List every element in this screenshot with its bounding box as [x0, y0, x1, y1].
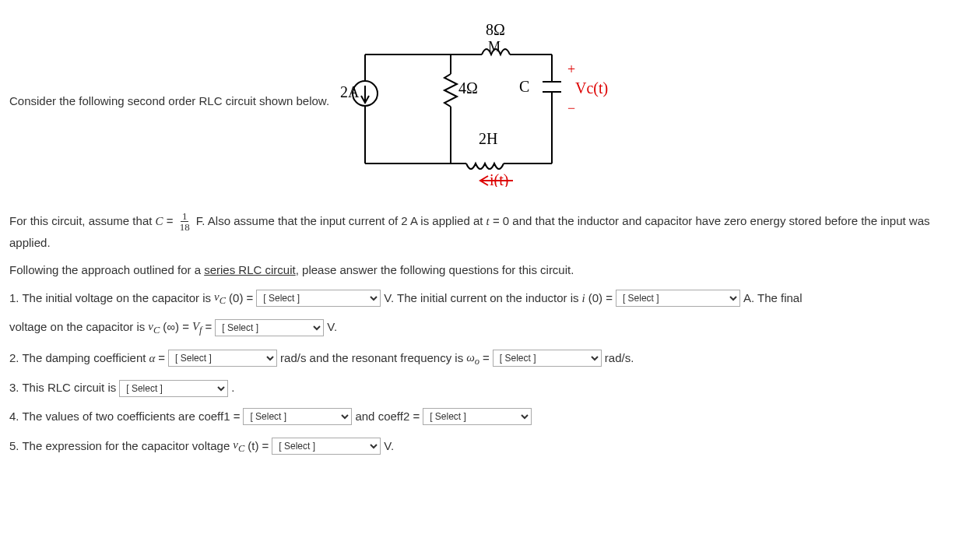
svg-text:M: M [488, 39, 501, 54]
q1-text-a: 1. The initial voltage on the capacitor … [9, 287, 211, 310]
plus-label: + [567, 62, 575, 77]
approach-paragraph: Following the approach outlined for a se… [9, 259, 971, 282]
q5-text-a: 5. The expression for the capacitor volt… [9, 435, 230, 458]
minus-label: − [567, 100, 575, 116]
vc-label: Vc(t) [575, 79, 608, 97]
q2-text-a: 2. The damping coefficient [9, 347, 146, 370]
q1-vf-select[interactable]: [ Select ] [215, 319, 324, 336]
q4-text-a: 4. The values of two coefficients are co… [9, 406, 240, 428]
q5-expr-select[interactable]: [ Select ] [272, 438, 381, 455]
q1-i0-select[interactable]: [ Select ] [616, 290, 740, 307]
assumption-paragraph: For this circuit, assume that C = 118 F.… [9, 210, 971, 255]
r-8ohm-label: 8Ω [486, 21, 505, 38]
capacitor-label: C [519, 78, 529, 95]
inductor-label: 2H [479, 130, 497, 147]
q4-coeff1-select[interactable]: [ Select ] [243, 408, 352, 425]
circuit-diagram: 2A 8Ω M 4Ω C + Vc(t) − 2H i(t) [334, 8, 630, 195]
q4-coeff2-select[interactable]: [ Select ] [423, 408, 532, 425]
current-label: i(t) [490, 171, 508, 187]
intro-text: Consider the following second order RLC … [9, 90, 329, 113]
q3-type-select[interactable]: [ Select ] [119, 380, 228, 397]
series-rlc-link[interactable]: series RLC circuit [204, 263, 296, 276]
q1-text-b: voltage on the capacitor is [9, 316, 145, 339]
source-label: 2A [340, 83, 360, 100]
q1-vc0-select[interactable]: [ Select ] [256, 290, 381, 307]
q3-text: 3. This RLC circuit is [9, 377, 116, 399]
r-4ohm-label: 4Ω [458, 79, 478, 97]
q2-alpha-select[interactable]: [ Select ] [168, 350, 277, 367]
q2-omega-select[interactable]: [ Select ] [493, 350, 602, 367]
